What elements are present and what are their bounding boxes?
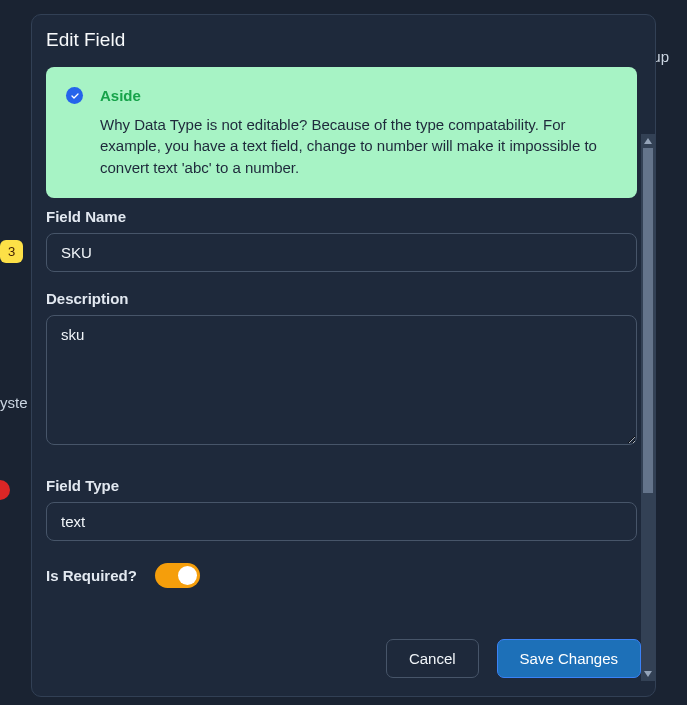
aside-heading: Aside (100, 87, 619, 104)
field-name-input[interactable] (46, 233, 637, 272)
modal-title: Edit Field (46, 29, 641, 51)
scrollbar-thumb[interactable] (643, 148, 653, 493)
scroll-up-icon[interactable] (644, 135, 652, 147)
field-name-group: Field Name (46, 208, 637, 272)
modal-header: Edit Field (32, 15, 655, 65)
is-required-label: Is Required? (46, 567, 137, 584)
toggle-knob (178, 566, 197, 585)
edit-field-modal: Edit Field Aside Why Data Type is not ed… (31, 14, 656, 697)
check-circle-icon (66, 87, 83, 104)
background-text-fragment: yste (0, 394, 28, 411)
description-input[interactable] (46, 315, 637, 445)
field-type-group: Field Type (46, 477, 637, 541)
is-required-row: Is Required? (46, 563, 637, 588)
cancel-button[interactable]: Cancel (386, 639, 479, 678)
aside-body: Why Data Type is not editable? Because o… (100, 114, 619, 178)
is-required-toggle[interactable] (155, 563, 200, 588)
description-label: Description (46, 290, 637, 307)
field-type-input[interactable] (46, 502, 637, 541)
scroll-down-icon[interactable] (644, 668, 652, 680)
background-red-shape (0, 480, 10, 500)
field-type-label: Field Type (46, 477, 637, 494)
description-group: Description (46, 290, 637, 449)
field-name-label: Field Name (46, 208, 637, 225)
notification-badge[interactable]: 3 (0, 240, 23, 263)
modal-footer: Cancel Save Changes (32, 625, 655, 692)
save-changes-button[interactable]: Save Changes (497, 639, 641, 678)
info-aside: Aside Why Data Type is not editable? Bec… (46, 67, 637, 198)
scrollbar[interactable] (641, 134, 655, 681)
